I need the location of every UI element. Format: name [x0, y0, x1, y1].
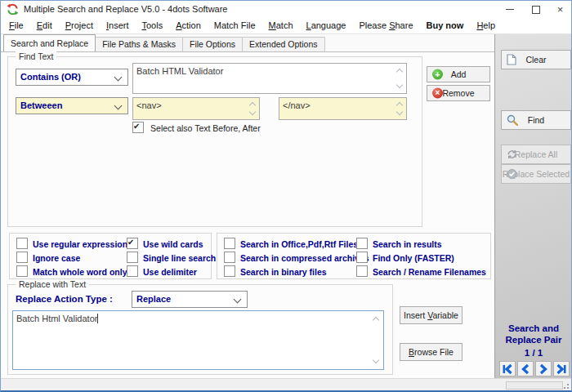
- replace-selected-button[interactable]: Replace Selected: [501, 164, 571, 184]
- scroll-up-icon[interactable]: [396, 69, 403, 75]
- add-button-label: Add: [451, 69, 467, 79]
- between-condition-dropdown[interactable]: Betweeen: [16, 97, 128, 114]
- add-button[interactable]: + Add: [427, 66, 490, 82]
- first-pair-button[interactable]: [499, 361, 516, 376]
- window-title: Multiple Search and Replace V5.0 - 4dots…: [24, 1, 227, 18]
- checkbox-box[interactable]: [127, 265, 138, 277]
- pair-navigator-block: Search and Replace Pair 1 / 1: [494, 323, 572, 359]
- option-checkbox-match-whole-word-only[interactable]: Match whole word only: [16, 265, 127, 277]
- insert-variable-button[interactable]: Insert Variable: [400, 306, 463, 324]
- maximize-button[interactable]: [524, 1, 547, 18]
- menu-file[interactable]: File: [2, 18, 30, 33]
- between-end-input[interactable]: </nav>: [279, 97, 407, 120]
- checkbox-label: Use regular expression: [33, 239, 127, 249]
- option-checkbox-use-regular-expression[interactable]: Use regular expression: [16, 238, 127, 249]
- checkbox-box[interactable]: [224, 238, 235, 249]
- app-icon: [7, 3, 19, 16]
- remove-button[interactable]: × Remove: [427, 85, 490, 101]
- option-checkbox-single-line-search[interactable]: Single line search: [127, 252, 216, 263]
- option-checkbox-search-in-results[interactable]: Search in results: [356, 238, 486, 249]
- checkbox-box[interactable]: [356, 252, 368, 263]
- option-checkbox-search-in-compressed-archives[interactable]: Search in compressed archives: [224, 252, 369, 263]
- checkbox-label: Search in Office,Pdf,Rtf Files: [240, 239, 358, 249]
- menu-help[interactable]: Help: [470, 18, 502, 33]
- tab-bar: Search and ReplaceFile Paths & MasksFile…: [1, 34, 494, 51]
- checkbox-label: Single line search: [143, 253, 216, 263]
- tab-file-options[interactable]: File Options: [182, 37, 243, 51]
- close-button[interactable]: ×: [548, 1, 572, 18]
- minimize-button[interactable]: [498, 1, 521, 18]
- menu-match[interactable]: Match: [262, 18, 300, 33]
- tab-extended-options[interactable]: Extended Options: [242, 37, 324, 51]
- menu-match-file[interactable]: Match File: [208, 18, 262, 33]
- previous-pair-button[interactable]: [517, 361, 534, 376]
- search-text-input[interactable]: Batch HTML Validator: [132, 63, 407, 94]
- tab-file-paths-masks[interactable]: File Paths & Masks: [95, 37, 183, 51]
- text-caret: [97, 314, 98, 323]
- option-checkbox-search-rename-filenames[interactable]: Search / Rename Filenames: [356, 265, 486, 277]
- scroll-down-icon[interactable]: [373, 357, 379, 363]
- remove-button-label: Remove: [442, 88, 474, 98]
- chevron-down-icon: [114, 102, 123, 110]
- checkbox-box[interactable]: [132, 122, 144, 133]
- next-icon: [538, 363, 549, 375]
- checkbox-label: Search in binary files: [240, 267, 327, 277]
- checkbox-box[interactable]: [127, 238, 138, 249]
- checkbox-label: Select also Text Before, After: [150, 123, 261, 133]
- option-checkbox-find-only-faster[interactable]: Find Only (FASTER): [356, 252, 486, 263]
- menu-tools[interactable]: Tools: [136, 18, 170, 33]
- replace-all-button[interactable]: Replace All: [501, 145, 571, 164]
- menu-please-share[interactable]: Please Share: [352, 18, 419, 33]
- scroll-down-icon[interactable]: [249, 109, 256, 115]
- option-checkbox-use-delimiter[interactable]: Use delimiter: [127, 265, 216, 277]
- menu-project[interactable]: Project: [59, 18, 100, 33]
- resize-grip-icon[interactable]: [561, 381, 570, 390]
- search-text-value: Batch HTML Validator: [136, 66, 223, 76]
- browse-file-button[interactable]: Browse File: [400, 343, 463, 361]
- menu-buy-now[interactable]: Buy now: [420, 18, 471, 33]
- checkbox-box[interactable]: [356, 265, 368, 277]
- checkbox-box[interactable]: [356, 238, 368, 249]
- first-icon: [502, 363, 513, 375]
- scroll-down-icon[interactable]: [396, 109, 403, 115]
- checkbox-label: Use wild cards: [143, 239, 203, 249]
- option-checkbox-use-wild-cards[interactable]: Use wild cards: [127, 238, 216, 249]
- replace-text-value: Batch Html Validator: [16, 314, 97, 323]
- checkbox-box[interactable]: [16, 238, 28, 249]
- menu-edit[interactable]: Edit: [30, 18, 59, 33]
- replace-all-button-label: Replace All: [515, 149, 558, 159]
- checkbox-label: Search in results: [373, 239, 442, 249]
- checkbox-label: Ignore case: [33, 253, 80, 263]
- chevron-down-icon: [114, 74, 123, 82]
- find-button[interactable]: Find: [501, 110, 571, 130]
- clear-button[interactable]: Clear: [501, 50, 571, 69]
- option-checkbox-ignore-case[interactable]: Ignore case: [16, 252, 127, 263]
- menu-insert[interactable]: Insert: [100, 18, 136, 33]
- scroll-up-icon[interactable]: [373, 317, 379, 323]
- replace-text-input[interactable]: Batch Html Validator: [12, 310, 384, 370]
- menu-language[interactable]: Language: [300, 18, 353, 33]
- tab-search-and-replace[interactable]: Search and Replace: [3, 34, 96, 51]
- checkbox-box[interactable]: [224, 252, 235, 263]
- replace-action-type-dropdown[interactable]: Replace: [132, 291, 248, 308]
- option-checkbox-search-in-binary-files[interactable]: Search in binary files: [224, 265, 369, 277]
- next-pair-button[interactable]: [535, 361, 552, 376]
- option-checkbox-search-in-office-pdf-rtf-files[interactable]: Search in Office,Pdf,Rtf Files: [224, 238, 369, 249]
- options-left-col1: Use regular expressionIgnore caseMatch w…: [16, 238, 127, 279]
- between-start-input[interactable]: <nav>: [132, 97, 260, 120]
- replace-group-label: Replace with Text: [16, 279, 89, 289]
- menu-action[interactable]: Action: [169, 18, 208, 33]
- pair-counter: 1 / 1: [494, 347, 572, 359]
- between-end-value: </nav>: [283, 100, 311, 110]
- checkbox-box[interactable]: [16, 252, 28, 263]
- clear-button-label: Clear: [525, 55, 546, 65]
- last-pair-button[interactable]: [553, 361, 570, 376]
- between-start-value: <nav>: [136, 100, 162, 110]
- scroll-down-icon[interactable]: [396, 82, 403, 88]
- find-condition-dropdown[interactable]: Contains (OR): [16, 69, 128, 86]
- close-icon: ×: [557, 4, 564, 15]
- checkbox-box[interactable]: [224, 265, 235, 277]
- checkbox-box[interactable]: [16, 265, 28, 277]
- checkbox-box[interactable]: [127, 252, 138, 263]
- status-bar: [1, 378, 571, 392]
